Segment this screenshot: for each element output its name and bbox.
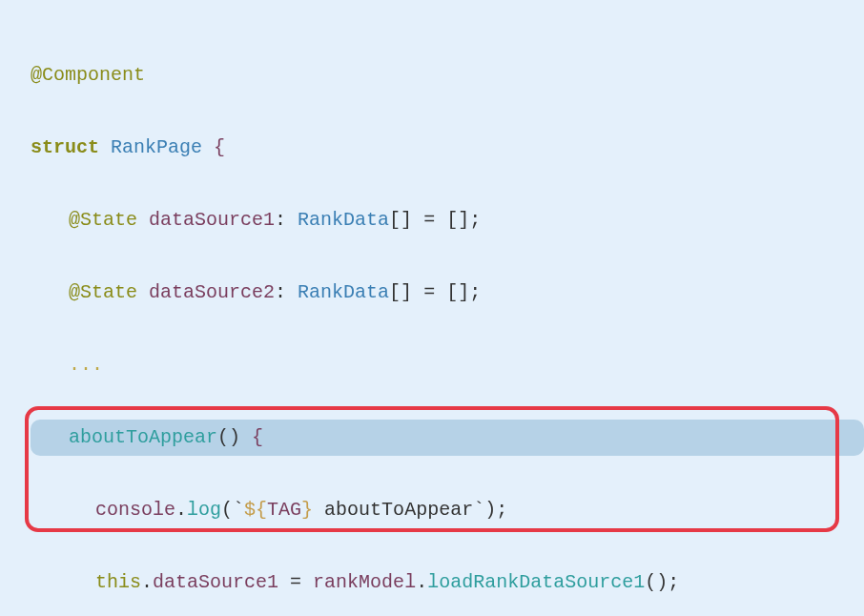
console: console <box>95 499 175 521</box>
code-line-8: this.dataSource1 = rankModel.loadRankDat… <box>0 565 864 601</box>
brace: { <box>214 136 225 158</box>
annotation: @State <box>69 209 137 231</box>
type: RankData <box>298 281 389 303</box>
log: log <box>187 499 221 521</box>
this-keyword: this <box>95 571 141 593</box>
code-line-1: @Component <box>0 57 864 93</box>
keyword-struct: struct <box>31 136 99 158</box>
code-line-6-highlight: aboutToAppear() { <box>31 420 864 456</box>
ellipsis: ... <box>69 354 103 376</box>
type: RankData <box>298 209 389 231</box>
code-line-5: ... <box>0 347 864 383</box>
code-snippet: @Component struct RankPage { @State data… <box>0 0 864 616</box>
property: dataSource1 <box>149 209 275 231</box>
class-name: RankPage <box>111 136 202 158</box>
method-name: aboutToAppear <box>69 426 217 448</box>
code-line-2: struct RankPage { <box>0 130 864 166</box>
annotation: @Component <box>31 64 145 86</box>
annotation: @State <box>69 281 137 303</box>
code-line-3: @State dataSource1: RankData[] = []; <box>0 202 864 238</box>
code-line-4: @State dataSource2: RankData[] = []; <box>0 275 864 311</box>
code-line-7: console.log(`${TAG} aboutToAppear`); <box>0 492 864 528</box>
property: dataSource2 <box>149 281 275 303</box>
